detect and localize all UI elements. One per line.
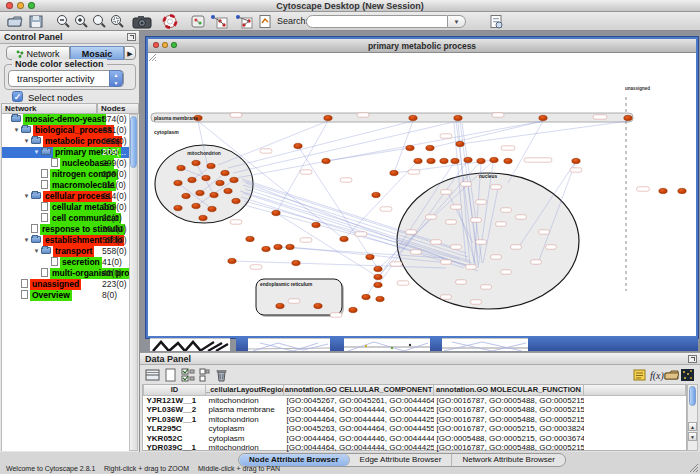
node-color-dropdown[interactable]: transporter activity ▲▼ bbox=[8, 70, 124, 87]
delete-attribute-icon[interactable] bbox=[214, 368, 229, 382]
network-node[interactable] bbox=[366, 254, 374, 259]
network-edge[interactable] bbox=[326, 148, 410, 161]
node-label-pill[interactable] bbox=[230, 220, 242, 224]
network-node[interactable] bbox=[349, 307, 357, 312]
background-window-fragment[interactable] bbox=[344, 338, 430, 351]
network-node[interactable] bbox=[440, 158, 448, 163]
expand-triangle-icon[interactable]: ▼ bbox=[22, 235, 31, 246]
network-node[interactable] bbox=[272, 210, 280, 215]
tab-network-attribute-browser[interactable]: Network Attribute Browser bbox=[452, 454, 564, 466]
node-label-pill[interactable] bbox=[471, 300, 482, 304]
notes-icon[interactable] bbox=[632, 368, 647, 382]
tab-network[interactable]: Network bbox=[6, 46, 70, 60]
node-label-pill[interactable] bbox=[511, 245, 522, 249]
network-node[interactable] bbox=[199, 215, 207, 220]
tree-item[interactable]: nucleobase-209(0) bbox=[2, 158, 130, 169]
zoom-fit-icon[interactable] bbox=[91, 14, 107, 29]
network-edge[interactable] bbox=[276, 121, 328, 213]
tree-scrollbar-thumb[interactable] bbox=[130, 116, 137, 168]
network-node[interactable] bbox=[451, 158, 459, 163]
network-node[interactable] bbox=[456, 141, 464, 146]
frame-resize-grip[interactable] bbox=[148, 53, 157, 62]
column-header[interactable]: annotation.GO CELLULAR_COMPONENT bbox=[284, 385, 434, 395]
network-node[interactable] bbox=[208, 206, 216, 211]
zoom-in-icon[interactable] bbox=[73, 14, 89, 29]
network-node[interactable] bbox=[221, 170, 229, 175]
node-label-pill[interactable] bbox=[260, 149, 272, 153]
tree-item[interactable]: cell communicat22(0) bbox=[2, 213, 130, 224]
node-label-pill[interactable] bbox=[471, 218, 482, 222]
node-label-pill[interactable] bbox=[476, 240, 487, 244]
node-label-pill[interactable] bbox=[456, 280, 467, 284]
network-node[interactable] bbox=[192, 160, 200, 165]
network-node[interactable] bbox=[192, 203, 200, 208]
node-label-pill[interactable] bbox=[288, 299, 300, 303]
snapshot-icon[interactable] bbox=[132, 14, 152, 29]
node-label-pill[interactable] bbox=[451, 205, 462, 209]
network-node[interactable] bbox=[504, 158, 512, 163]
node-label-pill[interactable] bbox=[492, 113, 504, 117]
tree-item[interactable]: ▼metabolic process280(0) bbox=[2, 136, 130, 147]
table-row[interactable]: YJR121W__1mitochondrion[GO:0045267, GO:0… bbox=[144, 395, 686, 405]
tree-item[interactable]: nitrogen compo209(0) bbox=[2, 169, 130, 180]
float-data-panel-icon[interactable] bbox=[688, 355, 697, 363]
vizmapper-icon[interactable] bbox=[190, 14, 206, 29]
network-node[interactable] bbox=[207, 163, 215, 168]
expand-triangle-icon[interactable]: ▼ bbox=[12, 125, 21, 136]
network-node[interactable] bbox=[210, 192, 218, 197]
zoom-selected-icon[interactable] bbox=[109, 14, 125, 29]
zoom-out-icon[interactable] bbox=[55, 14, 71, 29]
tree-header-network[interactable]: Network bbox=[1, 103, 97, 114]
node-label-pill[interactable] bbox=[451, 245, 462, 249]
network-node[interactable] bbox=[659, 188, 667, 193]
network-node[interactable] bbox=[374, 274, 382, 279]
network-node[interactable] bbox=[188, 177, 196, 182]
network-view-window[interactable]: primary metabolic process plasma membr bbox=[146, 37, 698, 338]
network-node[interactable] bbox=[678, 188, 686, 193]
node-label-pill[interactable] bbox=[491, 255, 502, 259]
node-label-pill[interactable] bbox=[355, 232, 367, 236]
network-node[interactable] bbox=[490, 157, 498, 162]
network-view-titlebar[interactable]: primary metabolic process bbox=[148, 39, 696, 53]
network-node[interactable] bbox=[224, 188, 232, 193]
expand-triangle-icon[interactable]: ▼ bbox=[22, 191, 31, 202]
layout-2-icon[interactable] bbox=[234, 14, 253, 29]
float-panel-icon[interactable] bbox=[127, 33, 136, 41]
table-row[interactable]: YPL036W__2plasma membrane[GO:0044464, GO… bbox=[144, 405, 686, 415]
frame-minimize-button[interactable] bbox=[162, 42, 168, 48]
network-node[interactable] bbox=[454, 115, 462, 120]
network-edge[interactable] bbox=[508, 121, 543, 183]
network-canvas[interactable]: plasma membrane cytoplasm mitochondrion … bbox=[148, 53, 696, 336]
network-node[interactable] bbox=[572, 158, 580, 163]
network-node[interactable] bbox=[374, 266, 382, 271]
tree-item[interactable]: Overview8(0) bbox=[2, 290, 130, 301]
column-header[interactable]: _cellularLayoutRegion bbox=[206, 385, 284, 395]
tree-header-nodes[interactable]: Nodes bbox=[97, 103, 139, 114]
tree-item[interactable]: ▼establishment of lo558(0) bbox=[2, 235, 130, 246]
network-node[interactable] bbox=[246, 236, 254, 241]
node-label-pill[interactable] bbox=[446, 220, 457, 224]
network-node[interactable] bbox=[464, 157, 472, 162]
network-node[interactable] bbox=[276, 303, 284, 308]
network-edge[interactable] bbox=[460, 121, 628, 144]
tree-item[interactable]: secretion41(0) bbox=[2, 257, 130, 268]
background-window-fragment[interactable] bbox=[150, 338, 230, 351]
network-node[interactable] bbox=[202, 175, 210, 180]
network-node[interactable] bbox=[624, 115, 632, 120]
network-node[interactable] bbox=[312, 222, 320, 227]
network-edge[interactable] bbox=[218, 121, 328, 165]
node-label-pill[interactable] bbox=[501, 208, 512, 212]
network-node[interactable] bbox=[232, 198, 240, 203]
formula-icon[interactable]: f(x) bbox=[649, 368, 664, 382]
node-label-pill[interactable] bbox=[593, 115, 607, 119]
network-node[interactable] bbox=[294, 143, 302, 148]
tree-scrollbar[interactable] bbox=[129, 114, 138, 451]
node-label-pill[interactable] bbox=[516, 215, 527, 219]
tree-item[interactable]: cellular metabo209(0) bbox=[2, 202, 130, 213]
node-label-pill[interactable] bbox=[390, 262, 402, 266]
network-node[interactable] bbox=[216, 180, 224, 185]
node-label-pill[interactable] bbox=[330, 313, 342, 317]
tree-item[interactable]: ▼transport558(0) bbox=[2, 246, 130, 257]
network-edge[interactable] bbox=[228, 121, 413, 168]
node-label-pill[interactable] bbox=[441, 295, 452, 299]
